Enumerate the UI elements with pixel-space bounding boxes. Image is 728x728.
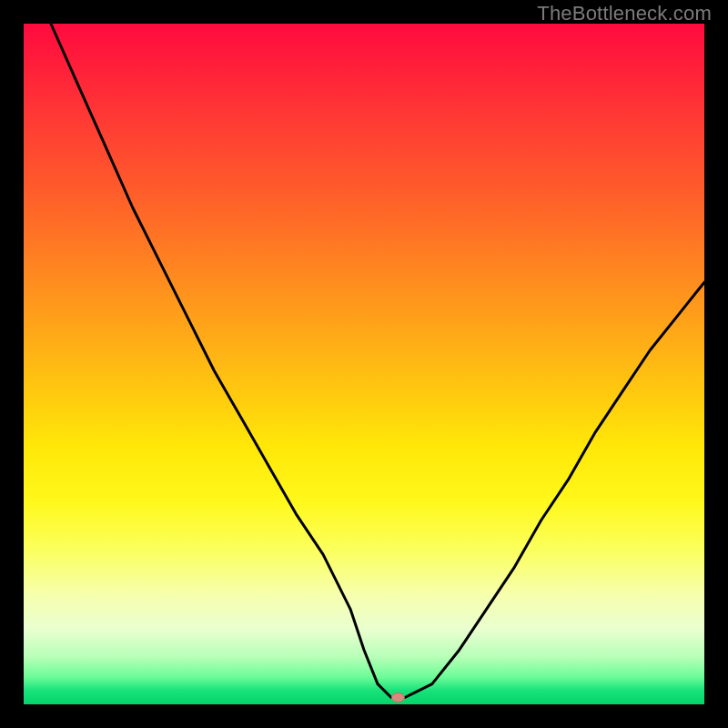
plot-area [24,24,704,704]
bottleneck-curve [24,24,704,704]
current-point-marker [391,693,404,703]
chart-frame: TheBottleneck.com [0,0,728,728]
watermark-text: TheBottleneck.com [537,2,712,25]
